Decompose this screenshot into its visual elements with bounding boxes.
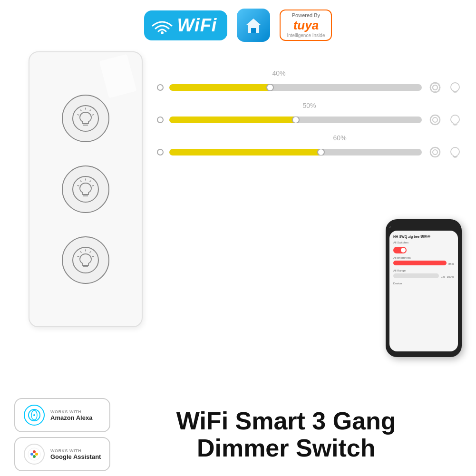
bulb-icon-1 [72,105,99,132]
svg-point-43 [33,450,36,453]
svg-line-14 [92,185,94,186]
header: WiFi Powered By tuya Intelligence Inside [0,0,476,47]
home-svg-icon [243,15,264,36]
google-badge: WORKS WITH Google Assistant [14,437,110,471]
tuya-badge: Powered By tuya Intelligence Inside [280,10,332,41]
phone-brightness-val: 88% [448,262,454,265]
bulb-small-icon-3 [448,146,462,159]
svg-point-26 [430,83,440,92]
svg-line-21 [90,252,91,253]
svg-point-27 [433,85,437,90]
svg-point-35 [433,150,437,155]
bulb-icon-2 [72,175,99,203]
slider-2-dot [157,117,164,123]
home-app-icon [237,9,270,42]
slider-2-track[interactable] [169,117,422,123]
svg-line-5 [90,110,91,111]
svg-line-8 [78,115,79,115]
phone-toggle[interactable] [393,247,407,253]
slider-1-fill [169,84,270,91]
gear-icon-2 [427,112,443,127]
slider-row-1: 40% [157,80,462,95]
svg-line-22 [92,256,94,257]
svg-line-16 [78,185,79,186]
product-title-line2: Dimmer Switch [120,435,452,462]
slider-2-thumb [292,117,300,123]
svg-point-34 [430,147,440,157]
phone-brightness-label: All Brightness [393,256,454,259]
google-circle-icon [24,444,45,465]
svg-line-6 [92,115,94,115]
svg-line-7 [80,110,81,111]
svg-point-42 [30,453,33,456]
phone-range-label: All Range [393,269,454,272]
phone-brightness-bar [393,261,447,265]
phone-all-switches: All Switches [393,241,454,244]
phone-screen: NH-SWQ-zig bee 调光开 All Switches All Brig… [389,231,458,351]
badges-column: WORKS WITH Amazon Alexa WORKS WITH Go [14,398,110,471]
bulb-small-icon-1 [448,81,462,94]
product-title: WiFi Smart 3 Gang Dimmer Switch [120,408,452,462]
phone-range-val: 1%~100% [441,275,454,278]
slider-1-percent: 40% [272,69,285,77]
slider-1-dot [157,84,164,91]
bottom-section: WORKS WITH Amazon Alexa WORKS WITH Go [0,393,476,476]
phone-device-label: Device [393,282,454,285]
google-text: WORKS WITH Google Assistant [50,448,101,460]
google-name-text: Google Assistant [50,453,101,460]
dimmer-button-2[interactable] [62,165,109,213]
product-title-line1: WiFi Smart 3 Gang [120,408,452,435]
gear-icon-1 [427,80,443,95]
svg-line-13 [90,181,91,182]
svg-point-31 [433,117,437,122]
slider-row-2: 50% [157,112,462,127]
svg-point-41 [28,448,40,460]
tuya-subtitle: Intelligence Inside [287,33,325,38]
dimmer-button-3[interactable] [62,236,109,284]
slider-1-thumb [266,84,274,91]
alexa-badge: WORKS WITH Amazon Alexa [14,398,110,432]
slider-2-percent: 50% [302,102,316,109]
alexa-text: WORKS WITH Amazon Alexa [50,409,92,421]
wifi-text: WiFi [177,15,217,36]
slider-row-3: 60% [157,145,462,160]
alexa-works-text: WORKS WITH [50,409,92,414]
svg-point-40 [33,414,35,416]
wifi-signal-icon [151,16,174,34]
switch-panel [29,51,143,327]
phone-range-bar [393,273,439,278]
svg-point-45 [33,455,36,458]
slider-2-fill [169,117,296,123]
gear-icon-3 [427,145,443,160]
wifi-badge: WiFi [144,10,228,40]
dimmer-button-1[interactable] [62,95,109,142]
svg-line-15 [80,181,81,182]
svg-point-44 [35,453,38,456]
bulb-icon-3 [72,246,99,274]
alexa-name-text: Amazon Alexa [50,414,92,421]
svg-point-0 [161,31,164,34]
phone-mockup: ‹ NH-SWQ-zig bee 调光开 All Switches All Br… [386,219,462,357]
phone-app-title: NH-SWQ-zig bee 调光开 [393,234,454,239]
bulb-small-icon-2 [448,113,462,126]
google-assistant-icon [27,447,41,461]
slider-1-track[interactable] [169,84,422,91]
google-works-text: WORKS WITH [50,448,101,453]
slider-3-percent: 60% [333,134,347,142]
slider-3-thumb [317,149,325,155]
svg-line-24 [78,256,79,257]
slider-3-fill [169,149,321,155]
slider-3-dot [157,149,164,155]
sliders-area: 40% 50% [157,51,462,160]
svg-line-23 [80,252,81,253]
alexa-icon [28,408,41,422]
powered-by-text: Powered By [292,12,320,18]
slider-3-track[interactable] [169,149,422,155]
tuya-logo-text: tuya [293,18,319,33]
alexa-ring-icon [24,405,45,426]
svg-point-30 [430,115,440,125]
